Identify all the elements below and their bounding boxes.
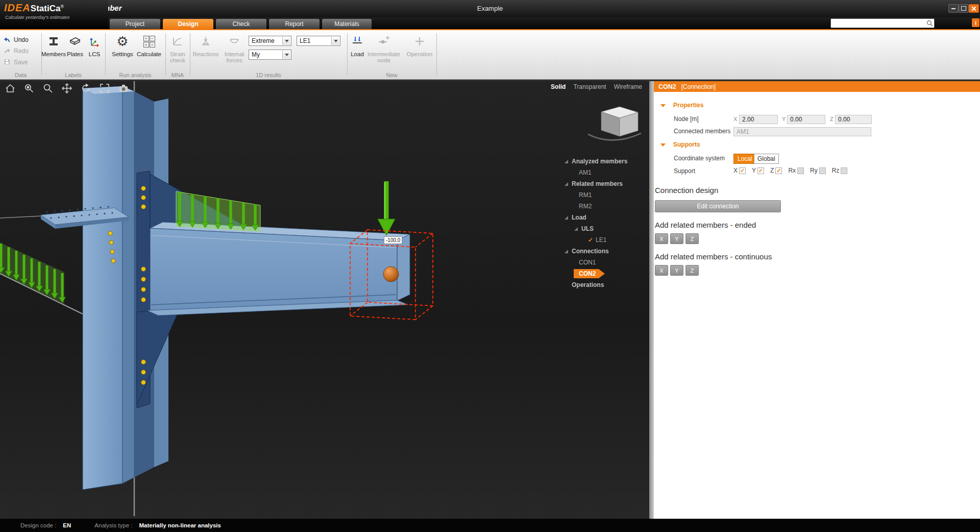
settings-button[interactable]: ⚙ Settings (111, 32, 134, 57)
tree-analyzed-members[interactable]: Analyzed members (565, 156, 649, 167)
lcs-icon (88, 32, 101, 51)
edit-connection-button[interactable]: Edit connection (655, 200, 781, 212)
redo-button: Redo (3, 46, 29, 56)
node-x-field[interactable]: 2.00 (739, 115, 778, 124)
local-button[interactable]: Local (733, 154, 756, 164)
axis-x-label: X (733, 116, 737, 122)
extreme-dropdown[interactable]: Extreme (249, 36, 291, 46)
support-z-checkbox[interactable]: ✓ (775, 167, 782, 174)
tab-design[interactable]: Design (163, 19, 213, 29)
tree-con1[interactable]: CON1 (565, 257, 649, 268)
minimize-button[interactable] (948, 4, 959, 13)
tree-related-members[interactable]: Related members (565, 178, 649, 189)
tab-report[interactable]: Report (269, 19, 320, 29)
support-x-checkbox[interactable]: ✓ (739, 167, 746, 174)
expander-icon[interactable] (565, 216, 568, 220)
section-supports[interactable]: Supports (654, 141, 980, 149)
my-dropdown[interactable]: My (249, 50, 291, 60)
expander-icon[interactable] (565, 160, 568, 163)
check-icon[interactable]: ✓ (588, 236, 593, 244)
info-button[interactable]: i (972, 18, 979, 27)
screenshot-button[interactable] (117, 83, 130, 94)
support-y-checkbox[interactable]: ✓ (757, 167, 764, 174)
connected-members-field: AM1 (733, 127, 871, 136)
collapse-triangle-icon[interactable] (660, 143, 666, 147)
support-rx-checkbox[interactable] (797, 167, 804, 174)
tree-connections[interactable]: Connections (565, 246, 649, 257)
section-properties[interactable]: Properties (654, 102, 980, 110)
node-z-field[interactable]: 0.00 (835, 115, 872, 124)
tab-materials[interactable]: Materials (322, 19, 372, 29)
group-label-1d-results: 1D results (190, 72, 347, 78)
selected-item-tag: CON2 (574, 269, 599, 278)
panel-divider (649, 81, 654, 519)
maximize-button[interactable] (959, 4, 969, 13)
zoom-fit-button[interactable] (99, 83, 111, 94)
zoom-button[interactable] (42, 83, 54, 94)
undo-button[interactable]: Undo (3, 35, 29, 44)
collapse-triangle-icon[interactable] (660, 104, 666, 107)
group-label-mna: MNA (165, 72, 190, 78)
ribbon-group-data: Undo Redo Save Data (0, 30, 41, 79)
rotate-button[interactable] (80, 83, 92, 94)
tree-operations[interactable]: Operations (565, 279, 649, 291)
viewport-3d[interactable]: Solid Transparent Wireframe -100.0 Analy… (0, 81, 649, 519)
save-icon (3, 58, 11, 67)
close-button[interactable] (969, 4, 979, 13)
add-ended-x-button[interactable]: X (655, 233, 668, 244)
pan-button[interactable] (61, 83, 73, 94)
tree-con2-selected[interactable]: CON2 (565, 268, 649, 279)
mode-transparent[interactable]: Transparent (573, 83, 606, 90)
beam-end-face (397, 234, 410, 301)
operation-icon (413, 32, 426, 51)
document-title: Example (477, 5, 503, 12)
chevron-down-icon (282, 37, 290, 45)
tree-le1[interactable]: ✓LE1 (565, 234, 649, 246)
calculate-button[interactable]: + − × = Calculate (135, 32, 163, 57)
plates-button[interactable]: Plates (65, 32, 85, 57)
maximize-icon (961, 6, 966, 11)
tab-check[interactable]: Check (216, 19, 266, 29)
home-view-button[interactable] (4, 83, 16, 94)
add-ended-y-button[interactable]: Y (670, 233, 683, 244)
connection-node-sphere[interactable] (383, 267, 399, 282)
group-label-data: Data (0, 72, 41, 78)
axis-y-label: Y (782, 116, 786, 122)
le1-dropdown[interactable]: LE1 (297, 36, 340, 46)
tree-uls[interactable]: ULS (565, 223, 649, 234)
tree-am1[interactable]: AM1 (565, 167, 649, 178)
redo-icon (3, 46, 11, 56)
search-box (830, 18, 935, 28)
node-y-field[interactable]: 0.00 (787, 115, 825, 124)
zoom-window-button[interactable] (23, 83, 35, 94)
load-button[interactable]: Load (348, 32, 367, 57)
members-button[interactable]: Members (43, 32, 64, 57)
panel-title: CON2 (658, 83, 676, 90)
expander-icon[interactable] (574, 227, 578, 231)
tree-load[interactable]: Load (565, 212, 649, 223)
load-value-label: -100.0 (384, 236, 402, 244)
tree-rm2[interactable]: RM2 (565, 201, 649, 212)
search-input[interactable] (832, 19, 926, 28)
expander-icon[interactable] (565, 250, 568, 253)
chevron-down-icon (282, 51, 290, 59)
add-continuous-y-button[interactable]: Y (670, 265, 683, 276)
group-label-new: New (347, 72, 436, 78)
support-ry-checkbox[interactable] (819, 167, 826, 174)
support-rz-checkbox[interactable] (841, 167, 847, 174)
add-ended-z-button[interactable]: Z (685, 233, 699, 244)
properties-panel: CON2 [Connection] Properties Node [m] X … (654, 81, 980, 519)
tree-rm1[interactable]: RM1 (565, 189, 649, 201)
add-continuous-z-button[interactable]: Z (685, 265, 699, 276)
reactions-icon (200, 32, 212, 51)
global-button[interactable]: Global (754, 154, 779, 164)
mode-solid[interactable]: Solid (551, 83, 566, 90)
strain-check-button: Strain check (166, 32, 189, 63)
mode-wireframe[interactable]: Wireframe (614, 83, 642, 90)
expander-icon[interactable] (565, 182, 568, 186)
add-continuous-x-button[interactable]: X (655, 265, 668, 276)
node-row: Node [m] X 2.00 Y 0.00 Z 0.00 (654, 115, 980, 124)
lcs-button[interactable]: LCS (86, 32, 103, 57)
navigation-cube[interactable] (588, 107, 641, 140)
tab-project[interactable]: Project (110, 19, 160, 29)
